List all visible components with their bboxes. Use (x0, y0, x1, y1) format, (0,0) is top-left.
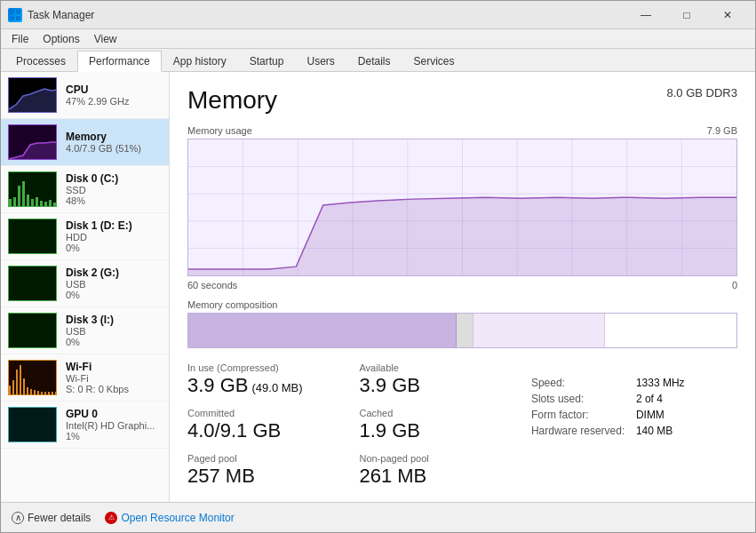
committed-label: Committed (187, 408, 359, 418)
tab-startup[interactable]: Startup (238, 51, 296, 71)
memory-mini-graph (8, 124, 57, 160)
svg-rect-26 (48, 392, 50, 395)
tab-app-history[interactable]: App history (162, 51, 238, 71)
menu-file[interactable]: File (4, 31, 36, 47)
sidebar-item-disk2[interactable]: Disk 2 (G:) USB 0% (1, 260, 169, 307)
fewer-details-button[interactable]: ∧ Fewer details (12, 512, 91, 524)
wifi-sub1: Wi-Fi (66, 373, 162, 384)
chart-title: Memory usage (187, 125, 252, 136)
stats-middle: Available 3.9 GB Cached 1.9 GB Non-paged… (359, 362, 530, 498)
committed-value: 4.0/9.1 GB (187, 419, 359, 442)
cached-label: Cached (359, 408, 530, 418)
minimize-button[interactable]: — (625, 6, 666, 24)
disk2-info: Disk 2 (G:) USB 0% (66, 266, 162, 300)
wifi-info: Wi-Fi Wi-Fi S: 0 R: 0 Kbps (66, 361, 162, 394)
chart-time-row: 60 seconds 0 (187, 280, 737, 290)
disk1-info: Disk 1 (D: E:) HDD 0% (66, 219, 162, 253)
tab-users[interactable]: Users (295, 51, 346, 71)
speed-value: 1333 MHz (636, 377, 685, 389)
svg-rect-5 (13, 197, 16, 207)
in-use-sub: (49.0 MB) (251, 381, 302, 394)
fewer-details-label: Fewer details (28, 512, 91, 524)
chevron-up-icon: ∧ (12, 512, 24, 524)
sidebar-item-disk0[interactable]: Disk 0 (C:) SSD 48% (1, 166, 169, 213)
slots-value: 2 of 4 (636, 393, 663, 405)
paged-value: 257 MB (187, 465, 359, 488)
monitor-label: Open Resource Monitor (121, 512, 234, 524)
menu-view[interactable]: View (87, 31, 124, 47)
sidebar: CPU 47% 2.99 GHz Memory 4.0/7.9 GB (51%) (1, 72, 170, 502)
main-content: CPU 47% 2.99 GHz Memory 4.0/7.9 GB (51%) (1, 72, 755, 502)
svg-rect-20 (27, 387, 28, 395)
memory-spec: 8.0 GB DDR3 (667, 86, 737, 99)
memory-usage-chart (187, 139, 737, 276)
svg-rect-19 (23, 378, 25, 395)
main-panel: Memory 8.0 GB DDR3 Memory usage 7.9 GB (170, 72, 755, 502)
stat-nonpaged: Non-paged pool 261 MB (359, 453, 530, 488)
svg-rect-27 (52, 392, 53, 395)
disk3-sub1: USB (66, 326, 162, 337)
open-resource-monitor-link[interactable]: ⚠ Open Resource Monitor (105, 512, 234, 524)
sidebar-item-disk3[interactable]: Disk 3 (I:) USB 0% (1, 307, 169, 354)
stat-paged: Paged pool 257 MB (187, 453, 359, 488)
svg-rect-18 (20, 365, 21, 395)
memory-sub: 4.0/7.9 GB (51%) (66, 143, 162, 154)
svg-rect-2 (10, 16, 14, 20)
disk2-sub1: USB (66, 279, 162, 290)
composition-label: Memory composition (187, 299, 737, 310)
svg-rect-7 (22, 181, 25, 207)
sidebar-item-wifi[interactable]: Wi-Fi Wi-Fi S: 0 R: 0 Kbps (1, 354, 169, 402)
svg-rect-3 (16, 16, 20, 20)
svg-rect-4 (9, 199, 12, 207)
svg-rect-1 (16, 10, 20, 14)
maximize-button[interactable]: □ (666, 6, 707, 24)
tab-performance[interactable]: Performance (77, 51, 162, 72)
stat-in-use: In use (Compressed) 3.9 GB (49.0 MB) (187, 362, 359, 397)
sidebar-item-memory[interactable]: Memory 4.0/7.9 GB (51%) (1, 119, 169, 166)
disk0-sub2: 48% (66, 195, 162, 206)
memory-composition-bar (187, 313, 737, 348)
cpu-title: CPU (66, 84, 162, 96)
menu-options[interactable]: Options (36, 31, 86, 47)
page-title: Memory (187, 86, 277, 115)
wifi-mini-graph (8, 360, 57, 395)
tab-processes[interactable]: Processes (4, 51, 77, 71)
in-use-label: In use (Compressed) (187, 362, 359, 373)
main-header: Memory 8.0 GB DDR3 (187, 86, 737, 115)
available-label: Available (359, 362, 530, 373)
tab-details[interactable]: Details (346, 51, 402, 71)
stats-left: In use (Compressed) 3.9 GB (49.0 MB) Com… (187, 362, 359, 498)
wifi-sub2: S: 0 R: 0 Kbps (66, 384, 162, 394)
disk2-mini-graph (8, 266, 57, 301)
svg-rect-14 (53, 203, 56, 207)
svg-marker-42 (188, 197, 736, 275)
gpu0-sub1: Intel(R) HD Graphi... (66, 420, 162, 431)
svg-rect-11 (40, 201, 43, 207)
nonpaged-value: 261 MB (359, 465, 530, 488)
disk1-sub1: HDD (66, 232, 162, 243)
cpu-mini-graph (8, 77, 57, 113)
sidebar-item-cpu[interactable]: CPU 47% 2.99 GHz (1, 72, 169, 119)
tabs-bar: Processes Performance App history Startu… (1, 49, 755, 72)
stats-right: Speed: 1333 MHz Slots used: 2 of 4 Form … (531, 362, 737, 498)
menu-bar: File Options View (1, 29, 755, 49)
comp-in-use (188, 314, 457, 347)
disk2-sub2: 0% (66, 290, 162, 300)
chart-time-start: 60 seconds (187, 280, 237, 290)
sidebar-item-gpu0[interactable]: GPU 0 Intel(R) HD Graphi... 1% (1, 402, 169, 449)
svg-rect-16 (12, 380, 14, 395)
sidebar-item-disk1[interactable]: Disk 1 (D: E:) HDD 0% (1, 213, 169, 260)
disk1-mini-graph (8, 219, 57, 254)
footer: ∧ Fewer details ⚠ Open Resource Monitor (1, 502, 755, 532)
svg-rect-6 (18, 186, 20, 207)
svg-rect-10 (36, 197, 38, 207)
disk1-sub2: 0% (66, 243, 162, 253)
disk0-sub1: SSD (66, 185, 162, 195)
right-stat-hw: Hardware reserved: 140 MB (531, 425, 737, 437)
tab-services[interactable]: Services (402, 51, 466, 71)
title-bar-left: Task Manager (8, 8, 94, 22)
form-label: Form factor: (531, 409, 629, 421)
close-button[interactable]: ✕ (707, 6, 748, 24)
comp-standby (473, 314, 605, 347)
in-use-value: 3.9 GB (187, 374, 248, 397)
